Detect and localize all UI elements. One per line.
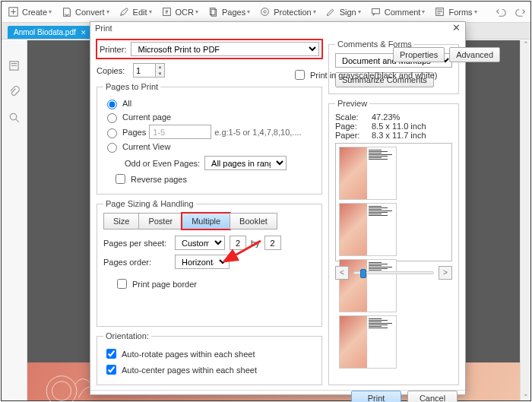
page-border-checkbox[interactable]: Print page border xyxy=(114,277,315,291)
redo-icon[interactable] xyxy=(515,6,526,17)
pps-mode-select[interactable]: Custom Sc xyxy=(175,236,225,250)
pages-input[interactable] xyxy=(149,125,211,139)
svg-rect-6 xyxy=(372,8,379,14)
page-label: Page: xyxy=(335,122,367,131)
toolbar-ocr[interactable]: OCR▾ xyxy=(161,6,198,17)
preview-sheet xyxy=(335,143,452,261)
main-scrollbar[interactable]: ⌃ ⌄ xyxy=(520,40,530,400)
scroll-down-icon[interactable]: ⌄ xyxy=(521,390,530,400)
orientation-group: Orientation: Auto-rotate pages within ea… xyxy=(97,331,322,385)
toolbar-create[interactable]: Create▾ xyxy=(8,6,52,17)
paper-value: 8.3 x 11.7 inch xyxy=(372,131,426,140)
pages-hint: e.g:1-5 or 1,4,7,8,10,.... xyxy=(214,128,301,137)
reverse-checkbox[interactable]: Reverse pages xyxy=(112,172,315,186)
ocr-icon xyxy=(161,6,173,17)
odd-even-select[interactable]: All pages in range xyxy=(204,156,287,170)
pages-to-print-group: Pages to Print All Current page Pages e.… xyxy=(97,82,322,195)
close-icon[interactable]: ✕ xyxy=(452,22,461,33)
preview-thumb xyxy=(339,315,397,369)
copies-stepper[interactable]: ▲▼ xyxy=(133,63,165,78)
next-page-button[interactable]: > xyxy=(439,266,452,280)
radio-current-view[interactable]: Current View xyxy=(103,141,315,153)
dialog-footer: Print Cancel xyxy=(90,390,465,402)
page-value: 8.5 x 11.0 inch xyxy=(372,122,426,131)
svg-point-11 xyxy=(52,381,71,400)
comment-icon xyxy=(370,6,382,17)
grayscale-checkbox[interactable]: Print in grayscale(black and white) xyxy=(292,68,438,82)
pps-height-input[interactable] xyxy=(264,236,281,250)
convert-icon xyxy=(61,6,72,17)
slider-track[interactable] xyxy=(353,271,434,274)
step-down-icon[interactable]: ▼ xyxy=(156,71,164,78)
toolbar-edit[interactable]: Edit▾ xyxy=(119,6,152,17)
radio-current-page[interactable]: Current page xyxy=(103,111,315,123)
print-button[interactable]: Print xyxy=(351,391,401,402)
preview-group: Preview Scale:47.23% Page:8.5 x 11.0 inc… xyxy=(328,99,459,385)
scale-value: 47.23% xyxy=(372,112,400,122)
copies-label: Copies: xyxy=(97,66,128,75)
search-icon[interactable] xyxy=(8,112,20,125)
preview-thumb xyxy=(339,203,397,256)
print-dialog: Print ✕ Printer: Microsoft Print to PDF … xyxy=(90,21,466,395)
dialog-titlebar: Print ✕ xyxy=(90,22,465,33)
pages-icon xyxy=(207,6,219,17)
toolbar-convert[interactable]: Convert▾ xyxy=(61,6,109,17)
undo-icon[interactable] xyxy=(496,6,506,17)
radio-pages[interactable]: Pages e.g:1-5 or 1,4,7,8,10,.... xyxy=(103,125,315,139)
edit-icon xyxy=(119,6,130,17)
scroll-up-icon[interactable]: ⌃ xyxy=(521,40,530,51)
copies-input[interactable] xyxy=(134,64,155,77)
app-toolbar: Create▾ Convert▾ Edit▾ OCR▾ Pages▾ Prote… xyxy=(2,2,530,23)
printer-select[interactable]: Microsoft Print to PDF xyxy=(131,42,319,56)
svg-point-10 xyxy=(46,376,77,402)
odd-even-label: Odd or Even Pages: xyxy=(125,159,200,168)
thumbnail-icon[interactable] xyxy=(8,60,20,74)
preview-thumb xyxy=(339,147,397,200)
attachment-icon[interactable] xyxy=(8,86,20,100)
sign-icon xyxy=(325,6,337,17)
pps-by: by xyxy=(251,239,260,248)
toolbar-pages[interactable]: Pages▾ xyxy=(207,6,250,17)
dialog-title: Print xyxy=(95,24,112,33)
plus-icon xyxy=(8,6,19,17)
paper-label: Paper: xyxy=(335,131,367,140)
pps-label: Pages per sheet: xyxy=(103,239,170,248)
properties-button[interactable]: Properties xyxy=(393,47,445,62)
svg-point-5 xyxy=(264,11,266,13)
advanced-button[interactable]: Advanced xyxy=(449,47,500,62)
sizing-tabs: Size Poster Multiple Booklet xyxy=(103,213,315,229)
shield-icon xyxy=(259,6,271,17)
tab-label: Anmol Biodata.pdf xyxy=(14,28,76,36)
toolbar-comment[interactable]: Comment▾ xyxy=(370,6,426,17)
svg-point-9 xyxy=(10,113,16,119)
toolbar-protection[interactable]: Protection▾ xyxy=(259,6,316,17)
page-sizing-group: Page Sizing & Handling Size Poster Multi… xyxy=(97,199,322,327)
svg-point-4 xyxy=(261,8,269,16)
scale-label: Scale: xyxy=(335,112,367,122)
page-sizing-legend: Page Sizing & Handling xyxy=(103,199,196,208)
radio-all[interactable]: All xyxy=(103,97,315,109)
pages-to-print-legend: Pages to Print xyxy=(103,82,160,91)
slider-thumb[interactable] xyxy=(360,269,366,278)
printer-label: Printer: xyxy=(100,45,126,54)
tab-size[interactable]: Size xyxy=(103,213,139,229)
close-icon[interactable]: ✕ xyxy=(81,29,87,36)
document-tab[interactable]: Anmol Biodata.pdf ✕ xyxy=(8,26,93,39)
order-select[interactable]: Horizontal xyxy=(175,255,230,269)
tab-poster[interactable]: Poster xyxy=(138,213,182,229)
forms-icon xyxy=(434,6,445,17)
order-label: Pages order: xyxy=(103,258,170,267)
pps-width-input[interactable] xyxy=(230,236,246,250)
preview-legend: Preview xyxy=(335,99,369,108)
left-sidebar xyxy=(2,40,27,400)
auto-center-checkbox[interactable]: Auto-center pages within each sheet xyxy=(103,362,315,377)
cancel-button[interactable]: Cancel xyxy=(407,391,458,402)
tab-multiple[interactable]: Multiple xyxy=(182,213,230,229)
tab-booklet[interactable]: Booklet xyxy=(230,213,277,229)
toolbar-forms[interactable]: Forms▾ xyxy=(434,6,477,17)
auto-rotate-checkbox[interactable]: Auto-rotate pages within each sheet xyxy=(103,347,315,361)
orientation-legend: Orientation: xyxy=(103,331,151,340)
toolbar-sign[interactable]: Sign▾ xyxy=(325,6,361,17)
prev-page-button[interactable]: < xyxy=(335,266,349,280)
step-up-icon[interactable]: ▲ xyxy=(156,64,164,71)
